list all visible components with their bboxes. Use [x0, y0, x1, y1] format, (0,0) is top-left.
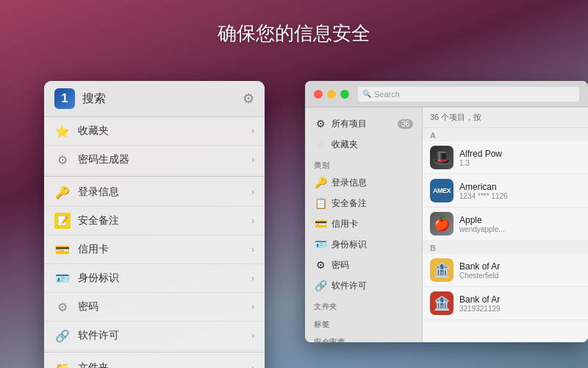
alfred-info: Alfred Pow 1.3 [459, 149, 581, 167]
list-item-bank2[interactable]: 🏦 Bank of Ar 3219321129 [423, 287, 588, 320]
popup-item-password-gen[interactable]: ⚙ 密码生成器 › [44, 146, 265, 174]
popup-item-label: 文件夹 [78, 361, 251, 368]
folder-icon: 📁 [54, 360, 71, 368]
sidebar: ⚙ 所有项目 36 ☆ 收藏夹 类别 🔑 登录信息 📋 安全备注 [305, 107, 423, 342]
sidebar-section-security: 安全审查 [305, 331, 422, 342]
login-icon: 🔑 [54, 184, 71, 200]
software-license-icon: 🔗 [314, 279, 327, 292]
favorites-icon: ☆ [314, 138, 327, 151]
sidebar-item-identity[interactable]: 🪪 身份标识 [305, 234, 422, 255]
popup-item-label: 软件许可 [78, 329, 251, 342]
popup-item-folder[interactable]: 📁 文件夹 › [44, 354, 265, 368]
arrow-icon: › [251, 363, 254, 368]
popup-item-label: 身份标识 [78, 272, 251, 285]
sidebar-section-folder: 文件夹 [305, 296, 422, 314]
arrow-icon: › [251, 155, 254, 165]
software-license-icon: 🔗 [54, 328, 71, 344]
password-gen-icon: ⚙ [54, 152, 71, 168]
arrow-icon: › [251, 187, 254, 197]
popup-item-label: 信用卡 [78, 243, 251, 256]
list-item-amex[interactable]: AMEX American 1234 **** 1126 [423, 174, 588, 208]
traffic-lights [314, 90, 349, 99]
sidebar-item-login[interactable]: 🔑 登录信息 [305, 172, 422, 193]
page-title: 确保您的信息安全 [0, 21, 588, 46]
maximize-button[interactable] [340, 90, 349, 99]
sidebar-item-software-license[interactable]: 🔗 软件许可 [305, 275, 422, 296]
content-header: 36 个项目，按 [423, 107, 588, 128]
credit-card-icon: 💳 [314, 217, 327, 230]
popup-logo: 1 [54, 88, 75, 109]
identity-icon: 🪪 [314, 238, 327, 251]
sidebar-item-secure-notes[interactable]: 📋 安全备注 [305, 193, 422, 213]
divider [44, 176, 265, 177]
popup-item-label: 密码 [78, 300, 251, 314]
apple-sub: wendyapple... [459, 225, 581, 233]
sidebar-item-label: 登录信息 [331, 177, 367, 189]
arrow-icon: › [251, 126, 254, 136]
all-items-badge: 36 [398, 119, 413, 129]
all-items-icon: ⚙ [314, 117, 327, 130]
search-icon: 🔍 [362, 90, 371, 98]
popup-item-label: 密码生成器 [78, 153, 251, 166]
popup-item-favorites[interactable]: ⭐ 收藏夹 › [44, 117, 265, 146]
sidebar-item-label: 密码 [331, 259, 349, 272]
close-button[interactable] [314, 90, 323, 99]
section-letter-a: A [423, 128, 588, 141]
amex-info: American 1234 **** 1126 [459, 182, 581, 200]
bank2-icon: 🏦 [430, 291, 453, 315]
bank1-sub: Chesterfield [459, 272, 581, 280]
search-bar[interactable]: 🔍 Search [358, 87, 579, 102]
favorites-icon: ⭐ [54, 123, 71, 139]
list-item-apple[interactable]: 🍎 Apple wendyapple... [423, 208, 588, 241]
sidebar-item-favorites[interactable]: ☆ 收藏夹 [305, 134, 422, 155]
sidebar-item-label: 安全备注 [331, 197, 367, 210]
password-icon: ⚙ [54, 299, 71, 315]
popup-item-password[interactable]: ⚙ 密码 › [44, 293, 265, 322]
arrow-icon: › [251, 216, 254, 226]
popup-item-identity[interactable]: 🪪 身份标识 › [44, 264, 265, 293]
sidebar-item-label: 收藏夹 [331, 138, 358, 151]
divider [44, 352, 265, 353]
bank2-sub: 3219321129 [459, 305, 581, 313]
bank1-info: Bank of Ar Chesterfield [459, 261, 581, 280]
app-window: 🔍 Search ⚙ 所有项目 36 ☆ 收藏夹 类别 🔑 登录信息 [305, 81, 588, 342]
minimize-button[interactable] [327, 90, 336, 99]
sidebar-section-categories: 类别 [305, 155, 422, 172]
login-icon: 🔑 [314, 176, 327, 189]
sidebar-item-credit-card[interactable]: 💳 信用卡 [305, 213, 422, 234]
bank2-info: Bank of Ar 3219321129 [459, 294, 581, 313]
popup-item-secure-notes[interactable]: 📝 安全备注 › [44, 207, 265, 236]
arrow-icon: › [251, 244, 254, 255]
popup-item-label: 收藏夹 [78, 124, 251, 138]
sidebar-item-all[interactable]: ⚙ 所有项目 36 [305, 113, 422, 134]
sidebar-item-label: 信用卡 [331, 218, 358, 230]
amex-name: American [459, 182, 581, 192]
popup-item-software-license[interactable]: 🔗 软件许可 › [44, 322, 265, 350]
arrow-icon: › [251, 302, 254, 312]
app-body: ⚙ 所有项目 36 ☆ 收藏夹 类别 🔑 登录信息 📋 安全备注 [305, 107, 588, 342]
popup-header: 1 搜索 ⚙ [44, 81, 265, 117]
popup-menu: 1 搜索 ⚙ ⭐ 收藏夹 › ⚙ 密码生成器 › 🔑 登录信息 › 📝 安全备注… [44, 81, 265, 368]
bank1-icon: 🏦 [430, 258, 453, 282]
title-bar: 🔍 Search [305, 81, 588, 107]
alfred-icon: 🎩 [430, 146, 453, 169]
sidebar-section-tags: 标签 [305, 314, 422, 331]
sidebar-item-label: 软件许可 [331, 280, 367, 292]
amex-sub: 1234 **** 1126 [459, 192, 581, 200]
secure-notes-icon: 📋 [314, 197, 327, 210]
sidebar-item-password[interactable]: ⚙ 密码 [305, 255, 422, 275]
search-placeholder: Search [374, 90, 400, 99]
apple-name: Apple [459, 215, 581, 225]
gear-icon[interactable]: ⚙ [243, 91, 254, 107]
popup-item-credit-card[interactable]: 💳 信用卡 › [44, 236, 265, 264]
popup-item-label: 安全备注 [78, 214, 251, 227]
list-item-bank1[interactable]: 🏦 Bank of Ar Chesterfield [423, 254, 588, 287]
alfred-sub: 1.3 [459, 159, 581, 167]
sidebar-item-label: 身份标识 [331, 238, 367, 251]
popup-item-login[interactable]: 🔑 登录信息 › [44, 178, 265, 207]
password-icon: ⚙ [314, 258, 327, 272]
list-item-alfred[interactable]: 🎩 Alfred Pow 1.3 [423, 141, 588, 174]
sidebar-item-label: 所有项目 [331, 118, 367, 130]
content-area: 36 个项目，按 A 🎩 Alfred Pow 1.3 AMEX America… [423, 107, 588, 342]
section-letter-b: B [423, 241, 588, 254]
